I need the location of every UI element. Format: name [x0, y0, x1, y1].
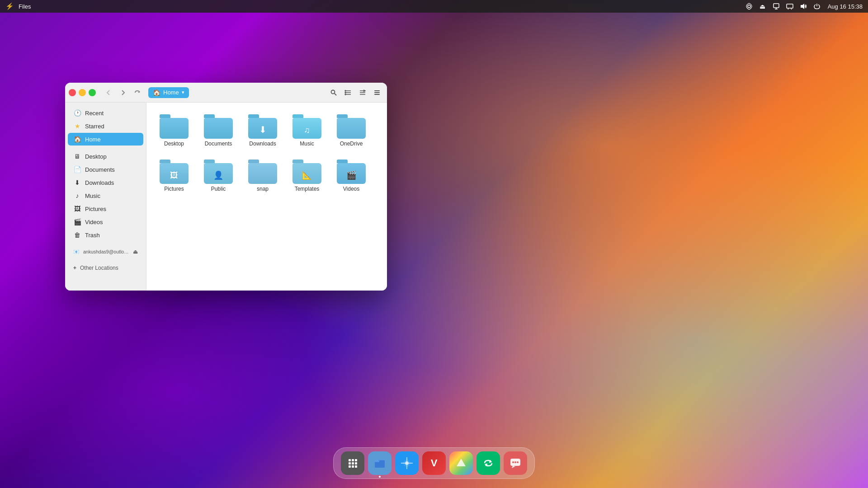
folder-downloads[interactable]: ⬇ Downloads	[242, 110, 283, 151]
close-button[interactable]: ×	[69, 89, 76, 96]
location-bar[interactable]: 🏠 Home ▾	[148, 87, 189, 98]
upload-tray-icon[interactable]: ⏏	[758, 2, 767, 11]
videos-sidebar-icon: 🎬	[73, 218, 81, 225]
dock-item-files[interactable]	[368, 451, 392, 475]
folder-videos[interactable]: 🎬 Videos	[331, 155, 372, 197]
sidebar-item-desktop[interactable]: 🖥 Desktop	[68, 150, 143, 163]
folder-tab	[160, 114, 170, 118]
network-tray-icon[interactable]	[745, 2, 754, 11]
display-tray-icon[interactable]	[772, 2, 781, 11]
topbar: ⚡ Files ⏏ Aug 16 15:38	[0, 0, 868, 13]
recent-icon: 🕐	[73, 109, 81, 117]
svg-point-38	[514, 461, 516, 463]
folder-body	[248, 163, 277, 184]
monitor-tray-icon[interactable]	[785, 2, 794, 11]
menu-button[interactable]	[371, 86, 383, 99]
sidebar-item-downloads[interactable]: ⬇ Downloads	[68, 176, 143, 189]
svg-rect-23	[349, 462, 351, 465]
search-button[interactable]	[327, 86, 340, 99]
back-button[interactable]	[102, 86, 115, 99]
sidebar-item-videos[interactable]: 🎬 Videos	[68, 216, 143, 228]
sidebar-item-documents[interactable]: 📄 Documents	[68, 163, 143, 176]
folder-downloads-icon: ⬇	[248, 113, 277, 139]
svg-rect-27	[352, 465, 354, 468]
sidebar-item-recent[interactable]: 🕐 Recent	[68, 107, 143, 119]
folder-desktop[interactable]: Desktop	[154, 110, 194, 151]
folder-public[interactable]: 👤 Public	[198, 155, 239, 197]
folder-music[interactable]: ♫ Music	[287, 110, 327, 151]
sidebar-account-email: ankushdas9@outlook.com	[83, 249, 129, 254]
svg-rect-1	[774, 4, 779, 8]
topbar-right: ⏏ Aug 16 15:38	[745, 2, 863, 11]
sidebar-item-other-locations[interactable]: + Other Locations	[68, 262, 143, 274]
folder-videos-icon: 🎬	[337, 159, 366, 184]
folder-pictures[interactable]: 🖼 Pictures	[154, 155, 194, 197]
files-grid: Desktop Documents ⬇	[154, 110, 380, 196]
sidebar-item-music[interactable]: ♪ Music	[68, 189, 143, 202]
folder-snap[interactable]: snap	[242, 155, 283, 197]
list-view-button[interactable]	[342, 86, 354, 99]
sidebar-item-starred[interactable]: ★ Starred	[68, 120, 143, 132]
sidebar-label-starred: Starred	[85, 123, 104, 130]
account-icon: 📧	[73, 249, 80, 255]
svg-rect-21	[352, 459, 354, 461]
folder-pictures-label: Pictures	[164, 186, 184, 193]
svg-rect-4	[787, 4, 793, 8]
svg-point-39	[517, 461, 519, 463]
svg-rect-22	[355, 459, 357, 461]
folder-videos-label: Videos	[343, 186, 359, 193]
topbar-datetime: Aug 16 15:38	[828, 3, 863, 10]
reload-button[interactable]	[131, 86, 144, 99]
view-options-button[interactable]	[356, 86, 369, 99]
sidebar-separator	[65, 146, 146, 150]
folder-onedrive-icon	[337, 113, 366, 139]
home-nav-icon: 🏠	[153, 89, 160, 96]
sidebar-separator2	[65, 242, 146, 245]
svg-rect-30	[375, 460, 379, 462]
dock-item-color[interactable]	[449, 451, 473, 475]
folder-public-icon: 👤	[204, 159, 233, 184]
power-tray-icon[interactable]	[812, 2, 821, 11]
svg-marker-5	[801, 4, 804, 9]
sidebar-item-home[interactable]: 🏠 Home	[68, 133, 143, 145]
folder-tab	[292, 114, 303, 118]
main-content: Desktop Documents ⬇	[146, 103, 387, 291]
folder-documents[interactable]: Documents	[198, 110, 239, 151]
folder-body	[204, 118, 233, 139]
svg-point-6	[331, 90, 335, 94]
folder-snap-icon	[248, 159, 277, 184]
sidebar-label-documents: Documents	[85, 166, 115, 173]
window-titlebar: × − + 🏠 Home ▾	[65, 83, 387, 103]
location-label: Home	[163, 89, 179, 96]
forward-button[interactable]	[117, 86, 129, 99]
folder-templates-label: Templates	[295, 186, 320, 193]
home-icon: 🏠	[73, 136, 81, 143]
svg-rect-17	[374, 90, 380, 91]
dock-item-vivaldi[interactable]: V	[422, 451, 446, 475]
folder-templates[interactable]: 📐 Templates	[287, 155, 327, 197]
minimize-button[interactable]: −	[79, 89, 86, 96]
sidebar-item-pictures[interactable]: 🖼 Pictures	[68, 202, 143, 215]
volume-tray-icon[interactable]	[799, 2, 808, 11]
sidebar-item-trash[interactable]: 🗑 Trash	[68, 229, 143, 241]
dock-item-grid[interactable]	[341, 451, 364, 475]
dock-item-browser[interactable]	[395, 451, 419, 475]
sidebar: 🕐 Recent ★ Starred 🏠 Home 🖥 Desktop 📄 Do…	[65, 103, 146, 291]
music-folder-icon: ♫	[304, 126, 310, 135]
sidebar-account[interactable]: 📧 ankushdas9@outlook.com ⏏	[68, 246, 143, 258]
file-manager-window: × − + 🏠 Home ▾	[65, 83, 387, 291]
folder-documents-label: Documents	[205, 141, 232, 148]
location-dropdown-icon: ▾	[182, 89, 184, 95]
folder-body	[337, 118, 366, 139]
folder-public-label: Public	[211, 186, 226, 193]
sidebar-label-other-locations: Other Locations	[80, 265, 118, 271]
trash-sidebar-icon: 🗑	[73, 231, 81, 239]
maximize-button[interactable]: +	[89, 89, 96, 96]
dock-item-update[interactable]	[476, 451, 500, 475]
folder-desktop-label: Desktop	[164, 141, 184, 148]
sidebar-label-downloads: Downloads	[85, 179, 114, 186]
folder-onedrive[interactable]: OneDrive	[331, 110, 372, 151]
dock-item-chat[interactable]	[504, 451, 527, 475]
folder-music-icon: ♫	[292, 113, 321, 139]
other-locations-icon: +	[73, 265, 76, 271]
